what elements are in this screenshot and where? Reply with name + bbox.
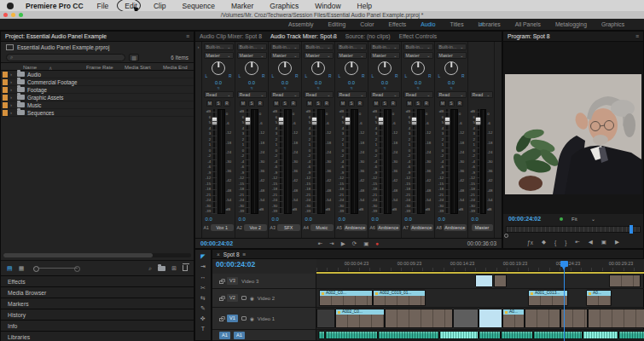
lock-icon[interactable] — [219, 298, 223, 301]
filter-media-icon[interactable]: ▥ — [129, 54, 139, 61]
solo-button[interactable]: S — [215, 101, 222, 107]
track-output-icon[interactable] — [241, 296, 247, 300]
program-tab[interactable]: Program: Spot 8 — [508, 33, 550, 39]
fader-handle[interactable] — [278, 117, 284, 125]
volume-value[interactable]: 0.0 — [403, 216, 433, 223]
go-to-in-button[interactable]: ⇤ — [318, 240, 322, 247]
pan-knob[interactable] — [378, 61, 392, 75]
audio-clip[interactable] — [325, 331, 378, 339]
volume-value[interactable]: 0.0 — [437, 216, 467, 223]
label-color-chip[interactable] — [3, 110, 8, 116]
mixer-panel-tab[interactable]: Source: (no clips) — [345, 33, 391, 39]
pan-knob[interactable] — [278, 61, 292, 75]
workspace-menu-icon[interactable]: ≡ — [479, 21, 483, 27]
playhead-handle[interactable] — [560, 261, 568, 267]
disclosure-chevron-icon[interactable]: › — [10, 95, 15, 100]
panel-menu-icon[interactable]: ≡ — [332, 34, 335, 40]
label-color-chip[interactable] — [3, 87, 8, 93]
pan-knob[interactable] — [444, 61, 458, 75]
solo-button[interactable]: S — [315, 101, 322, 107]
output-select[interactable]: Master ⌄ — [204, 52, 234, 59]
track-name[interactable]: Video 1 — [258, 316, 275, 321]
mixer-expand-gutter[interactable]: › — [195, 42, 202, 238]
fader-handle[interactable] — [212, 117, 218, 125]
timeline-timecode[interactable]: 00:00:24:02 — [212, 259, 316, 269]
record-arm-button[interactable]: R — [290, 101, 297, 107]
volume-fader[interactable]: dB 6 5 4 3 2 1 0 -2 -4 -6 -9 -12 -15 -18… — [337, 109, 367, 214]
label-color-chip[interactable] — [3, 102, 8, 108]
find-button[interactable]: ⌕ — [148, 265, 152, 272]
volume-fader[interactable]: dB 6 5 4 3 2 1 0 -2 -4 -6 -9 -12 -15 -18… — [204, 109, 234, 214]
automation-mode-select[interactable]: Read ⌄ — [337, 91, 367, 98]
lock-icon[interactable] — [219, 280, 223, 284]
menu-item[interactable]: Graphics — [268, 2, 300, 10]
solo-button[interactable]: S — [415, 101, 421, 107]
bin-row[interactable]: › Music — [1, 101, 194, 109]
program-timecode[interactable]: 00:00:24:02 — [508, 216, 541, 222]
record-arm-button[interactable]: R — [456, 101, 463, 107]
lock-icon[interactable] — [219, 318, 223, 321]
timeline-clip[interactable] — [475, 275, 493, 287]
audio-clip[interactable] — [378, 331, 439, 339]
fader-slot[interactable] — [245, 109, 250, 214]
program-scrubber[interactable] — [506, 226, 641, 233]
track-target-chip[interactable]: A1 — [234, 332, 245, 339]
timeline-clip[interactable]: A002_C0... — [335, 309, 385, 328]
volume-value[interactable]: 0.0 — [470, 216, 493, 223]
fader-slot[interactable] — [378, 109, 383, 214]
volume-fader[interactable]: dB 6 5 4 3 2 1 0 -2 -4 -6 -9 -12 -15 -18… — [403, 109, 433, 214]
mixer-panel-tab[interactable]: Effect Controls — [399, 33, 437, 39]
mute-button[interactable]: M — [273, 101, 280, 107]
fader-slot[interactable] — [311, 109, 316, 214]
pan-knob[interactable] — [345, 61, 358, 75]
audio-clip[interactable] — [501, 331, 533, 339]
column-media-end[interactable]: Media End — [163, 65, 188, 70]
go-to-in-button[interactable]: ⇤ — [575, 239, 579, 246]
mute-button[interactable]: M — [306, 101, 313, 107]
input-select[interactable]: Built-in... ⌄ — [370, 43, 400, 50]
panel-tab[interactable]: History — [1, 309, 194, 320]
menu-item[interactable]: Clip — [152, 2, 168, 10]
new-bin-button[interactable] — [158, 266, 165, 271]
automation-mode-select[interactable]: Read ⌄ — [204, 91, 234, 98]
record-arm-button[interactable]: R — [323, 101, 330, 107]
workspace-tab[interactable]: Graphics — [601, 21, 624, 27]
pan-knob[interactable] — [311, 61, 325, 75]
disclosure-chevron-icon[interactable]: › — [10, 102, 15, 107]
go-to-out-button[interactable]: ⇥ — [329, 240, 334, 247]
loop-button[interactable]: ⟳ — [352, 240, 357, 247]
zoom-level-select[interactable]: Fit ⌄ — [570, 215, 597, 223]
export-button[interactable]: ▣ — [363, 240, 368, 247]
volume-value[interactable]: 0.0 — [270, 216, 300, 223]
app-menu[interactable]: Premiere Pro CC — [26, 2, 84, 10]
automation-mode-select[interactable]: Read ⌄ — [470, 91, 493, 98]
panel-tab[interactable]: Libraries — [1, 331, 194, 341]
automation-mode-select[interactable]: Read ⌄ — [270, 91, 300, 98]
panel-tab[interactable]: Media Browser — [1, 286, 194, 298]
mixer-current-timecode[interactable]: 00:00:24:02 — [200, 240, 233, 246]
fader-slot[interactable] — [476, 109, 479, 214]
panel-menu-icon[interactable]: ≡ — [635, 33, 639, 39]
record-arm-button[interactable]: R — [257, 101, 264, 107]
timeline-clip[interactable] — [609, 275, 641, 287]
volume-fader[interactable]: dB 6 5 4 3 2 1 0 -2 -4 -6 -9 -12 -15 -18… — [304, 109, 334, 214]
audio-clip[interactable] — [318, 331, 325, 339]
track-target-chip[interactable]: V1 — [227, 315, 238, 322]
project-file-row[interactable]: Essential Audio Panel Example.prproj — [1, 42, 194, 52]
track-name[interactable]: Video 3 — [241, 279, 258, 284]
workspace-tab[interactable]: Assembly — [288, 21, 313, 27]
input-select[interactable]: Built-in... ⌄ — [304, 43, 334, 50]
column-frame-rate[interactable]: Frame Rate — [86, 65, 113, 70]
automation-mode-select[interactable]: Read ⌄ — [237, 91, 267, 98]
input-select[interactable]: Built-in... ⌄ — [403, 43, 433, 50]
bin-row[interactable]: › Commercial Footage — [1, 78, 194, 86]
fader-slot[interactable] — [444, 109, 450, 214]
workspace-tab[interactable]: Audio — [421, 21, 435, 27]
fader-handle[interactable] — [475, 117, 481, 125]
output-select[interactable]: Master ⌄ — [304, 52, 334, 59]
list-view-button[interactable]: ▤ — [7, 265, 13, 272]
volume-fader[interactable]: dB 6 5 4 3 2 1 0 -2 -4 -6 -9 -12 -15 -18… — [237, 109, 267, 214]
bin-row[interactable]: › Sequences — [1, 109, 194, 117]
menu-item[interactable]: Sequence — [181, 2, 217, 10]
track-name[interactable]: Ambience — [444, 224, 467, 231]
